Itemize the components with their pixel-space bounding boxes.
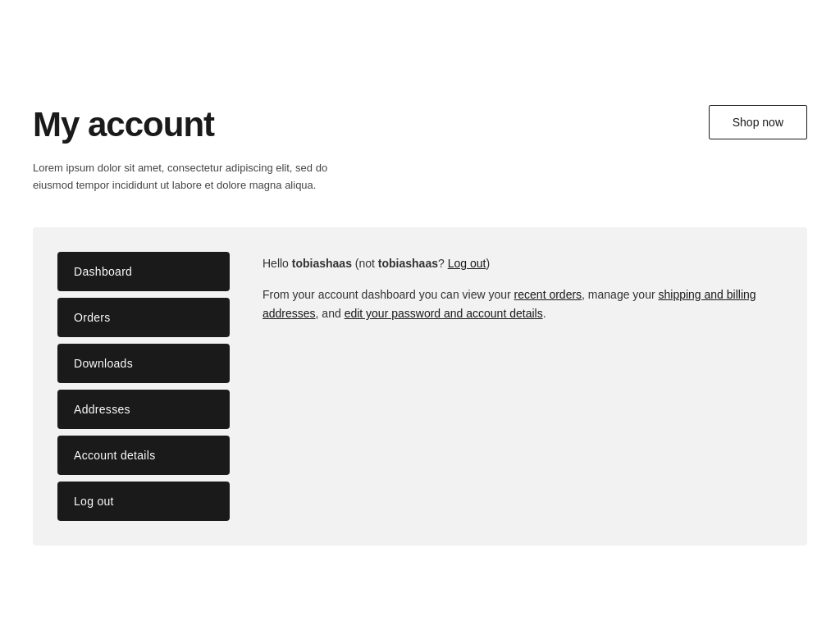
sidebar-item-downloads[interactable]: Downloads: [57, 344, 230, 383]
sidebar-item-logout[interactable]: Log out: [57, 482, 230, 521]
sidebar-item-orders[interactable]: Orders: [57, 298, 230, 337]
shop-now-button[interactable]: Shop now: [709, 105, 807, 139]
content-area: Hello tobiashaas (not tobiashaas? Log ou…: [262, 252, 783, 521]
desc-prefix: From your account dashboard you can view…: [262, 288, 514, 301]
desc-suffix: .: [543, 307, 546, 320]
page-subtitle: Lorem ipsum dolor sit amet, consectetur …: [33, 160, 345, 194]
username-display: tobiashaas: [292, 257, 352, 270]
hello-text: Hello tobiashaas (not tobiashaas? Log ou…: [262, 255, 783, 272]
hello-prefix: Hello: [262, 257, 292, 270]
sidebar-item-account-details[interactable]: Account details: [57, 436, 230, 475]
dashboard-description: From your account dashboard you can view…: [262, 285, 783, 325]
recent-orders-link[interactable]: recent orders: [514, 288, 582, 301]
logout-link[interactable]: Log out: [448, 257, 486, 270]
desc-and: , and: [316, 307, 345, 320]
hello-suffix: ?: [438, 257, 448, 270]
sidebar-nav: Dashboard Orders Downloads Addresses Acc…: [57, 252, 230, 521]
account-panel: Dashboard Orders Downloads Addresses Acc…: [33, 227, 807, 546]
username-display-2: tobiashaas: [378, 257, 438, 270]
password-link[interactable]: edit your password and account details: [345, 307, 543, 320]
sidebar-item-dashboard[interactable]: Dashboard: [57, 252, 230, 291]
page-title: My account: [33, 98, 709, 150]
header-left: My account Lorem ipsum dolor sit amet, c…: [33, 98, 709, 194]
desc-middle: , manage your: [582, 288, 658, 301]
sidebar-item-addresses[interactable]: Addresses: [57, 390, 230, 429]
hello-close: ): [486, 257, 490, 270]
hello-middle: (not: [352, 257, 378, 270]
